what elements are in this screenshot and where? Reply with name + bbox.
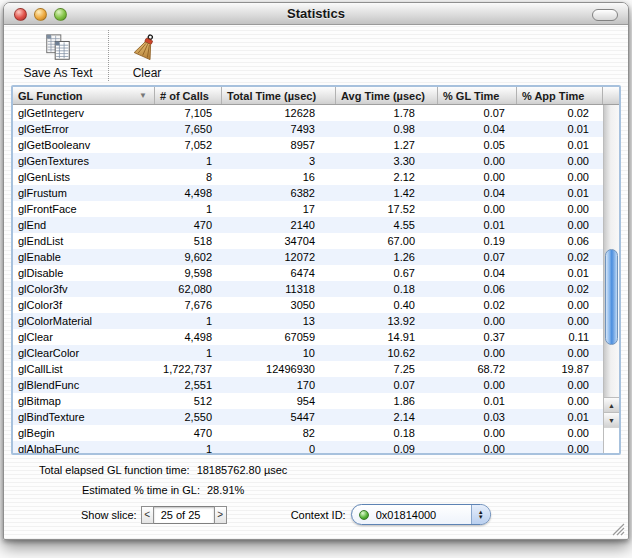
cell-avg-time: 0.09 xyxy=(336,441,438,453)
table-row[interactable]: glBlendFunc 2,551 170 0.07 0.00 0.00 xyxy=(13,377,603,393)
titlebar[interactable]: Statistics xyxy=(4,3,628,25)
cell-gl-function: glClearColor xyxy=(13,345,155,361)
column-header-total-time[interactable]: Total Time (µsec) xyxy=(222,87,336,104)
table-row[interactable]: glBindTexture 2,550 5447 2.14 0.03 0.01 xyxy=(13,409,603,425)
cell-app-percent: 0.01 xyxy=(517,137,603,153)
table-row[interactable]: glEndList 518 34704 67.00 0.19 0.06 xyxy=(13,233,603,249)
table-row[interactable]: glBegin 470 82 0.18 0.00 0.00 xyxy=(13,425,603,441)
clear-broom-icon xyxy=(132,32,162,64)
cell-num-calls: 470 xyxy=(155,425,222,441)
table-row[interactable]: glEnd 470 2140 4.55 0.01 0.00 xyxy=(13,217,603,233)
cell-total-time: 16 xyxy=(222,169,336,185)
cell-gl-percent: 0.00 xyxy=(438,441,517,453)
cell-app-percent: 0.00 xyxy=(517,345,603,361)
column-header-app-percent[interactable]: % App Time xyxy=(517,87,603,104)
context-id-value: 0x01814000 xyxy=(376,509,471,521)
cell-num-calls: 7,676 xyxy=(155,297,222,313)
slice-stepper: < 25 of 25 > xyxy=(141,506,227,524)
cell-app-percent: 0.00 xyxy=(517,201,603,217)
table-row[interactable]: glGenTextures 1 3 3.30 0.00 0.00 xyxy=(13,153,603,169)
cell-app-percent: 0.01 xyxy=(517,265,603,281)
table-row[interactable]: glBitmap 512 954 1.86 0.01 0.00 xyxy=(13,393,603,409)
cell-gl-percent: 0.00 xyxy=(438,313,517,329)
cell-total-time: 954 xyxy=(222,393,336,409)
cell-total-time: 12628 xyxy=(222,105,336,121)
table-row[interactable]: glClearColor 1 10 10.62 0.00 0.00 xyxy=(13,345,603,361)
slice-prev-button[interactable]: < xyxy=(141,506,154,524)
vertical-scrollbar[interactable]: ▲ ▼ xyxy=(603,105,619,453)
table-row[interactable]: glGetIntegerv 7,105 12628 1.78 0.07 0.02 xyxy=(13,105,603,121)
context-status-dot-icon xyxy=(359,510,369,520)
cell-gl-percent: 0.04 xyxy=(438,185,517,201)
column-header-num-calls[interactable]: # of Calls xyxy=(155,87,222,104)
zoom-button[interactable] xyxy=(54,8,67,21)
cell-gl-function: glDisable xyxy=(13,265,155,281)
table-row[interactable]: glColorMaterial 1 13 13.92 0.00 0.00 xyxy=(13,313,603,329)
table-row[interactable]: glColor3fv 62,080 11318 0.18 0.06 0.02 xyxy=(13,281,603,297)
cell-total-time: 8957 xyxy=(222,137,336,153)
cell-num-calls: 7,052 xyxy=(155,137,222,153)
table-row[interactable]: glGetBooleanv 7,052 8957 1.27 0.05 0.01 xyxy=(13,137,603,153)
toolbar-toggle-pill-button[interactable] xyxy=(592,9,618,21)
slice-field[interactable]: 25 of 25 xyxy=(154,506,214,524)
cell-avg-time: 1.78 xyxy=(336,105,438,121)
cell-num-calls: 1 xyxy=(155,153,222,169)
cell-avg-time: 0.98 xyxy=(336,121,438,137)
slice-next-button[interactable]: > xyxy=(214,506,227,524)
scroll-down-button[interactable]: ▼ xyxy=(604,412,619,427)
cell-total-time: 34704 xyxy=(222,233,336,249)
table-row[interactable]: glEnable 9,602 12072 1.26 0.07 0.02 xyxy=(13,249,603,265)
table-row[interactable]: glFrustum 4,498 6382 1.42 0.04 0.01 xyxy=(13,185,603,201)
table-row[interactable]: glColor3f 7,676 3050 0.40 0.02 0.00 xyxy=(13,297,603,313)
context-id-popup[interactable]: 0x01814000 ▲ ▼ xyxy=(351,504,491,525)
header-scrollbar-corner xyxy=(603,87,619,104)
cell-app-percent: 0.01 xyxy=(517,185,603,201)
table-row[interactable]: glGenLists 8 16 2.12 0.00 0.00 xyxy=(13,169,603,185)
cell-app-percent: 0.00 xyxy=(517,297,603,313)
scroll-up-button[interactable]: ▲ xyxy=(604,397,619,412)
status-area: Total elapsed GL function time: 18185762… xyxy=(4,455,628,539)
table-row[interactable]: glGetError 7,650 7493 0.98 0.04 0.01 xyxy=(13,121,603,137)
cell-gl-percent: 0.00 xyxy=(438,201,517,217)
cell-gl-percent: 0.19 xyxy=(438,233,517,249)
cell-app-percent: 0.01 xyxy=(517,121,603,137)
cell-total-time: 170 xyxy=(222,377,336,393)
clear-button[interactable]: Clear xyxy=(111,25,183,85)
table-row[interactable]: glFrontFace 1 17 17.52 0.00 0.00 xyxy=(13,201,603,217)
cell-gl-percent: 0.37 xyxy=(438,329,517,345)
cell-gl-function: glGenTextures xyxy=(13,153,155,169)
cell-gl-function: glGenLists xyxy=(13,169,155,185)
cell-app-percent: 0.02 xyxy=(517,105,603,121)
scroll-up-icon: ▲ xyxy=(608,402,615,409)
table-row[interactable]: glClear 4,498 67059 14.91 0.37 0.11 xyxy=(13,329,603,345)
toolbar: Save As Text xyxy=(4,25,628,85)
cell-avg-time: 1.42 xyxy=(336,185,438,201)
cell-gl-percent: 0.00 xyxy=(438,377,517,393)
close-button[interactable] xyxy=(14,8,27,21)
cell-total-time: 10 xyxy=(222,345,336,361)
minimize-button[interactable] xyxy=(34,8,47,21)
table-row[interactable]: glCallList 1,722,737 12496930 7.25 68.72… xyxy=(13,361,603,377)
cell-avg-time: 2.12 xyxy=(336,169,438,185)
resize-grip[interactable] xyxy=(610,521,625,536)
cell-app-percent: 0.01 xyxy=(517,409,603,425)
column-header-gl-percent[interactable]: % GL Time xyxy=(438,87,517,104)
cell-total-time: 13 xyxy=(222,313,336,329)
cell-num-calls: 512 xyxy=(155,393,222,409)
cell-total-time: 6382 xyxy=(222,185,336,201)
cell-gl-function: glFrontFace xyxy=(13,201,155,217)
scrollbar-thumb[interactable] xyxy=(605,249,618,345)
cell-total-time: 3 xyxy=(222,153,336,169)
table-row[interactable]: glDisable 9,598 6474 0.67 0.04 0.01 xyxy=(13,265,603,281)
cell-avg-time: 1.86 xyxy=(336,393,438,409)
window-title: Statistics xyxy=(287,6,345,21)
save-as-text-button[interactable]: Save As Text xyxy=(10,25,106,85)
scrollbar-track[interactable] xyxy=(604,105,619,397)
cell-total-time: 12496930 xyxy=(222,361,336,377)
cell-num-calls: 7,650 xyxy=(155,121,222,137)
column-header-avg-time[interactable]: Avg Time (µsec) xyxy=(336,87,438,104)
cell-gl-function: glClear xyxy=(13,329,155,345)
table-row[interactable]: glAlphaFunc 1 0 0.09 0.00 0.00 xyxy=(13,441,603,453)
cell-gl-function: glColor3f xyxy=(13,297,155,313)
column-header-gl-function[interactable]: GL Function ▼ xyxy=(13,87,155,104)
